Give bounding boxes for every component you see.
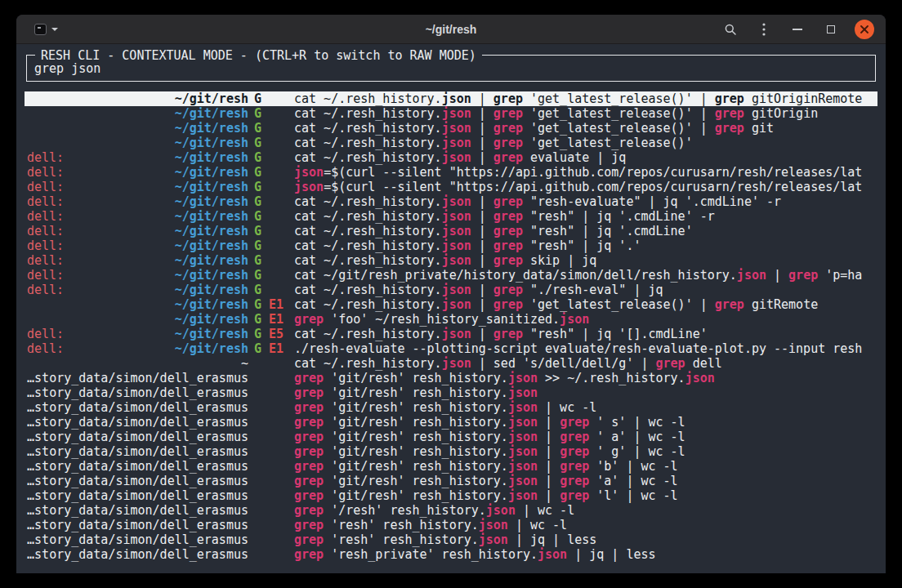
- history-row[interactable]: ~ cat ~/.resh_history.json | sed 's/dell…: [25, 356, 877, 371]
- directory-label: …story_data/simon/dell_erasmus: [27, 400, 248, 415]
- history-row[interactable]: …story_data/simon/dell_erasmus grep 'res…: [25, 518, 877, 532]
- history-row[interactable]: dell:~/git/resh GE1 ./resh-evaluate --pl…: [25, 341, 877, 356]
- context-columns: dell:~/git/resh: [27, 209, 248, 224]
- command-text: cat ~/.resh_history.json | grep 'get_lat…: [294, 91, 875, 106]
- history-row[interactable]: …story_data/simon/dell_erasmus grep 'git…: [25, 459, 877, 474]
- history-row[interactable]: dell:~/git/resh G cat ~/.resh_history.js…: [25, 238, 877, 253]
- context-columns: dell:~/git/resh: [27, 253, 248, 268]
- status-flags: G: [248, 268, 294, 283]
- history-row[interactable]: ~/git/resh GE1 grep 'foo' ~/resh_history…: [25, 312, 877, 327]
- history-row[interactable]: ~/git/resh G cat ~/.resh_history.json | …: [25, 91, 877, 106]
- command-text: grep 'git/resh' resh_history.json >> ~/.…: [294, 371, 875, 385]
- status-flags: [248, 488, 294, 503]
- directory-label: ~/git/resh: [175, 106, 248, 121]
- history-row[interactable]: …story_data/simon/dell_erasmus grep 'git…: [25, 430, 877, 444]
- context-columns: …story_data/simon/dell_erasmus: [27, 518, 248, 532]
- git-flag: G: [254, 238, 261, 253]
- history-row[interactable]: dell:~/git/resh G cat ~/.resh_history.js…: [25, 194, 877, 209]
- host-label: dell:: [27, 194, 64, 209]
- command-text: cat ~/git/resh_private/history_data/simo…: [294, 268, 875, 283]
- history-row[interactable]: dell:~/git/resh G cat ~/.resh_history.js…: [25, 224, 877, 238]
- magnifier-icon: [724, 23, 737, 36]
- directory-label: ~/git/resh: [175, 253, 248, 268]
- directory-label: ~/git/resh: [175, 165, 248, 180]
- git-flag: G: [254, 180, 261, 194]
- context-columns: dell:~/git/resh: [27, 150, 248, 165]
- history-row[interactable]: …story_data/simon/dell_erasmus grep 'git…: [25, 385, 877, 400]
- history-row[interactable]: dell:~/git/resh G cat ~/.resh_history.js…: [25, 283, 877, 297]
- command-text: cat ~/.resh_history.json | grep "resh" |…: [294, 224, 875, 238]
- git-flag: G: [254, 91, 261, 106]
- directory-label: …story_data/simon/dell_erasmus: [27, 547, 248, 562]
- history-row[interactable]: …story_data/simon/dell_erasmus grep 'git…: [25, 415, 877, 430]
- history-row[interactable]: …story_data/simon/dell_erasmus grep '/re…: [25, 503, 877, 518]
- host-label: dell:: [27, 283, 64, 297]
- history-row[interactable]: …story_data/simon/dell_erasmus grep 'res…: [25, 532, 877, 547]
- history-row[interactable]: dell:~/git/resh G cat ~/.resh_history.js…: [25, 209, 877, 224]
- command-text: grep 'git/resh' resh_history.json | grep…: [294, 488, 875, 503]
- context-columns: …story_data/simon/dell_erasmus: [27, 430, 248, 444]
- git-flag: G: [254, 136, 261, 150]
- directory-label: ~/git/resh: [175, 150, 248, 165]
- history-row[interactable]: …story_data/simon/dell_erasmus grep 'res…: [25, 547, 877, 562]
- context-columns: ~: [27, 356, 248, 371]
- history-row[interactable]: dell:~/git/resh G cat ~/.resh_history.js…: [25, 150, 877, 165]
- history-row[interactable]: ~/git/resh GE1 cat ~/.resh_history.json …: [25, 297, 877, 312]
- directory-label: …story_data/simon/dell_erasmus: [27, 518, 248, 532]
- command-text: grep '/resh' resh_history.json | wc -l: [294, 503, 875, 518]
- new-terminal-button[interactable]: [31, 22, 61, 37]
- history-row[interactable]: …story_data/simon/dell_erasmus grep 'git…: [25, 488, 877, 503]
- command-text: cat ~/.resh_history.json | grep 'get_lat…: [294, 136, 875, 150]
- git-flag: G: [254, 150, 261, 165]
- history-row[interactable]: dell:~/git/resh G json=$(curl --silent "…: [25, 180, 877, 194]
- minimize-button[interactable]: [788, 20, 807, 39]
- titlebar[interactable]: ~/git/resh: [16, 15, 886, 44]
- history-row[interactable]: …story_data/simon/dell_erasmus grep 'git…: [25, 444, 877, 459]
- status-flags: GE1: [248, 297, 294, 312]
- status-flags: G: [248, 150, 294, 165]
- history-list: ~/git/resh G cat ~/.resh_history.json | …: [16, 91, 886, 562]
- status-flags: G: [248, 194, 294, 209]
- git-flag: G: [254, 209, 261, 224]
- history-row[interactable]: …story_data/simon/dell_erasmus grep 'git…: [25, 371, 877, 385]
- status-flags: G: [248, 180, 294, 194]
- command-text: cat ~/.resh_history.json | grep "resh" |…: [294, 209, 875, 224]
- history-row[interactable]: dell:~/git/resh GE5 cat ~/.resh_history.…: [25, 327, 877, 341]
- host-label: dell:: [27, 224, 64, 238]
- history-row[interactable]: …story_data/simon/dell_erasmus grep 'git…: [25, 400, 877, 415]
- history-row[interactable]: dell:~/git/resh G cat ~/git/resh_private…: [25, 268, 877, 283]
- git-flag: G: [254, 165, 261, 180]
- menu-button[interactable]: [754, 20, 774, 39]
- close-button[interactable]: [855, 20, 874, 39]
- directory-label: …story_data/simon/dell_erasmus: [27, 385, 248, 400]
- directory-label: ~/git/resh: [175, 180, 248, 194]
- history-row[interactable]: dell:~/git/resh G json=$(curl --silent "…: [25, 165, 877, 180]
- command-text: grep 'resh' resh_history.json | jq | les…: [294, 532, 875, 547]
- exit-code-flag: E5: [269, 327, 284, 341]
- context-columns: …story_data/simon/dell_erasmus: [27, 547, 248, 562]
- context-columns: …story_data/simon/dell_erasmus: [27, 488, 248, 503]
- directory-label: …story_data/simon/dell_erasmus: [27, 503, 248, 518]
- status-flags: [248, 474, 294, 488]
- command-text: json=$(curl --silent "https://api.github…: [294, 180, 875, 194]
- directory-label: ~/git/resh: [175, 209, 248, 224]
- restore-button[interactable]: [821, 20, 841, 39]
- history-row[interactable]: dell:~/git/resh G cat ~/.resh_history.js…: [25, 253, 877, 268]
- command-text: grep 'foo' ~/resh_history_sanitized.json: [294, 312, 875, 327]
- restore-window-icon: [827, 25, 835, 33]
- git-flag: G: [254, 194, 261, 209]
- host-label: dell:: [27, 180, 64, 194]
- exit-code-flag: E1: [269, 297, 284, 312]
- history-row[interactable]: ~/git/resh G cat ~/.resh_history.json | …: [25, 106, 877, 121]
- context-columns: …story_data/simon/dell_erasmus: [27, 532, 248, 547]
- search-button[interactable]: [721, 20, 740, 39]
- context-columns: dell:~/git/resh: [27, 327, 248, 341]
- history-row[interactable]: …story_data/simon/dell_erasmus grep 'git…: [25, 474, 877, 488]
- status-flags: G: [248, 209, 294, 224]
- directory-label: …story_data/simon/dell_erasmus: [27, 488, 248, 503]
- directory-label: ~/git/resh: [175, 121, 248, 136]
- context-columns: dell:~/git/resh: [27, 224, 248, 238]
- history-row[interactable]: ~/git/resh G cat ~/.resh_history.json | …: [25, 121, 877, 136]
- directory-label: ~/git/resh: [175, 194, 248, 209]
- history-row[interactable]: ~/git/resh G cat ~/.resh_history.json | …: [25, 136, 877, 150]
